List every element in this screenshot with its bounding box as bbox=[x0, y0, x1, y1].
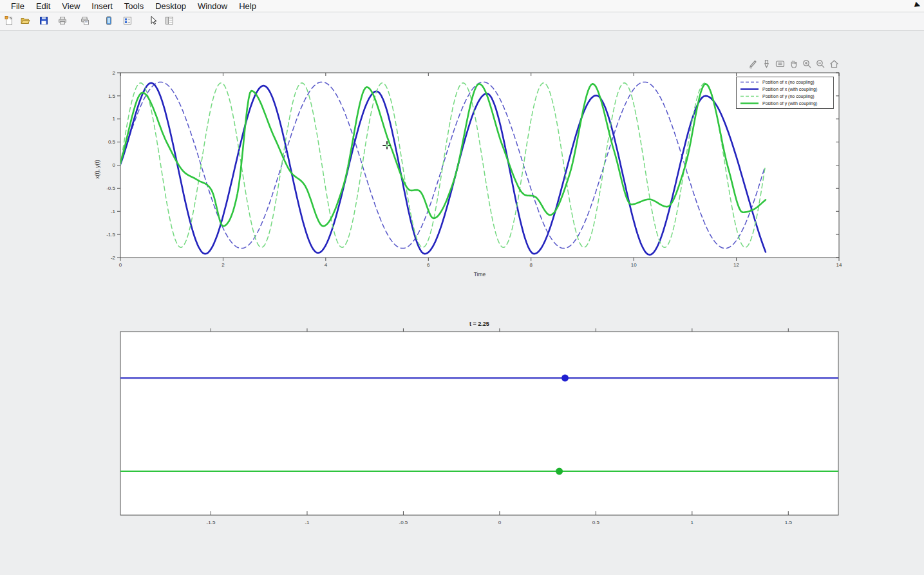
legend-label: Position of x (with coupling) bbox=[762, 87, 817, 91]
print-preview-button[interactable] bbox=[79, 16, 91, 28]
open-file-button[interactable] bbox=[19, 16, 31, 28]
legend-line-sample bbox=[740, 86, 759, 92]
tick-label: 0 bbox=[113, 162, 116, 168]
home-icon bbox=[829, 59, 840, 71]
menu-item-tools[interactable]: Tools bbox=[118, 0, 149, 12]
axes-toolbar bbox=[747, 59, 840, 71]
tick-label: 10 bbox=[631, 262, 637, 268]
edit-plot-button[interactable] bbox=[147, 16, 159, 28]
edit-plot-arrow-icon bbox=[148, 15, 158, 28]
menu-item-insert[interactable]: Insert bbox=[86, 0, 118, 12]
tick-label: 0 bbox=[498, 520, 502, 525]
legend-entry-y-with-coupling[interactable]: Position of y (with coupling) bbox=[737, 100, 833, 106]
save-floppy-icon bbox=[39, 15, 49, 28]
tick-label: -1.5 bbox=[106, 232, 115, 238]
bottom-plot-title: t = 2.25 bbox=[120, 321, 838, 327]
tick-label: 6 bbox=[427, 262, 430, 268]
tick-label: 14 bbox=[836, 262, 842, 268]
brush-icon bbox=[761, 59, 772, 71]
menu-item-desktop[interactable]: Desktop bbox=[149, 0, 192, 12]
tick-label: 1.5 bbox=[785, 520, 793, 525]
export-pen-button[interactable] bbox=[747, 59, 759, 71]
restore-view-button[interactable] bbox=[828, 59, 840, 71]
tick-label: 12 bbox=[733, 262, 739, 268]
legend-label: Position of y (with coupling) bbox=[762, 101, 817, 106]
new-file-icon bbox=[4, 15, 14, 28]
pan-hand-icon bbox=[788, 59, 799, 71]
tick-label: 4 bbox=[325, 262, 328, 268]
top-plot-ylabel: x(t), y(t) bbox=[94, 147, 100, 192]
print-button[interactable] bbox=[57, 16, 68, 28]
mass-marker-x-oscillator-rail[interactable] bbox=[561, 375, 569, 382]
legend-line-sample bbox=[740, 93, 759, 99]
tick-label: 1 bbox=[113, 116, 116, 122]
save-button[interactable] bbox=[38, 16, 50, 28]
tick-label: -1 bbox=[305, 520, 310, 525]
menu-overflow-arrow-icon[interactable]: ▶ bbox=[914, 0, 921, 10]
open-folder-icon bbox=[20, 15, 30, 28]
zoom-out-icon bbox=[815, 59, 826, 71]
inspector-icon bbox=[104, 15, 114, 28]
figure-toolbar bbox=[0, 13, 924, 31]
zoom-out-button[interactable] bbox=[815, 59, 827, 71]
plot-browser-icon bbox=[164, 15, 174, 28]
menu-item-view[interactable]: View bbox=[56, 0, 86, 12]
menu-item-help[interactable]: Help bbox=[233, 0, 262, 12]
legend-label: Position of y (no coupling) bbox=[762, 94, 815, 99]
tick-label: 1 bbox=[691, 520, 694, 525]
menu-item-file[interactable]: File bbox=[5, 0, 30, 12]
export-pen-icon bbox=[748, 59, 759, 71]
legend[interactable]: Position of x (no coupling) Position of … bbox=[736, 77, 834, 109]
new-file-button[interactable] bbox=[3, 16, 15, 28]
menu-item-window[interactable]: Window bbox=[192, 0, 233, 12]
brush-data-button[interactable] bbox=[760, 59, 773, 71]
tick-label: 0 bbox=[119, 262, 122, 268]
tick-label: 2 bbox=[113, 70, 116, 76]
tick-label: 8 bbox=[529, 262, 533, 268]
tick-label: 0.5 bbox=[592, 520, 600, 525]
pan-button[interactable] bbox=[787, 59, 800, 71]
legend-entry-x-with-coupling[interactable]: Position of x (with coupling) bbox=[737, 86, 833, 93]
tick-label: 0.5 bbox=[108, 139, 116, 145]
print-preview-icon bbox=[80, 15, 90, 28]
data-tips-button[interactable] bbox=[774, 59, 786, 71]
printer-icon bbox=[57, 15, 68, 28]
tick-label: -1.5 bbox=[207, 520, 216, 525]
legend-line-sample bbox=[740, 79, 759, 85]
legend-entry-y-no-coupling[interactable]: Position of y (no coupling) bbox=[737, 93, 833, 99]
legend-line-sample bbox=[740, 100, 759, 106]
menu-bar: File Edit View Insert Tools Desktop Wind… bbox=[0, 0, 924, 12]
datatips-icon bbox=[775, 59, 786, 71]
plot-browser-button[interactable] bbox=[164, 16, 175, 28]
inspector-button[interactable] bbox=[103, 16, 115, 28]
zoom-in-icon bbox=[802, 59, 813, 71]
crosshair-cursor-icon bbox=[382, 141, 391, 149]
top-plot-xlabel: Time bbox=[120, 271, 839, 278]
tick-label: -0.5 bbox=[399, 520, 408, 525]
legend-label: Position of x (no coupling) bbox=[762, 80, 815, 84]
legend-entry-x-no-coupling[interactable]: Position of x (no coupling) bbox=[737, 79, 833, 86]
tick-label: -2 bbox=[111, 255, 116, 261]
tick-label: 2 bbox=[222, 262, 225, 268]
property-editor-icon bbox=[122, 15, 133, 28]
menu-item-edit[interactable]: Edit bbox=[30, 0, 56, 12]
mass-marker-y-oscillator-rail[interactable] bbox=[556, 467, 563, 475]
tick-label: -0.5 bbox=[106, 185, 115, 191]
bottom-axes-box[interactable] bbox=[120, 332, 838, 515]
tick-label: -1 bbox=[111, 209, 116, 214]
property-editor-button[interactable] bbox=[122, 16, 133, 28]
tick-label: 1.5 bbox=[108, 93, 116, 99]
zoom-in-button[interactable] bbox=[801, 59, 813, 71]
